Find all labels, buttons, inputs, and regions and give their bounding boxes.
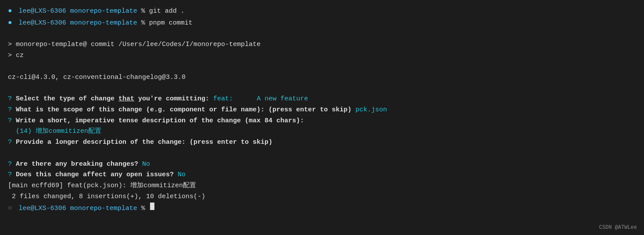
question-bold-16: Does this change affect any open issues? bbox=[16, 170, 178, 181]
terminal-line-12: (14) 增加commitizen配置 bbox=[8, 126, 636, 137]
question-bold-9: Select the type of change that you're co… bbox=[16, 94, 213, 105]
question-mark-11: ? bbox=[8, 116, 16, 127]
terminal-line-18: 2 files changed, 8 insertions(+), 10 del… bbox=[8, 192, 636, 203]
blank-2 bbox=[8, 61, 636, 72]
terminal-line-2: ● lee@LXS-6306 monorepo-template % pnpm … bbox=[8, 17, 636, 29]
question-mark-10: ? bbox=[8, 105, 16, 116]
terminal-line-15: ? Are there any breaking changes? No bbox=[8, 159, 636, 170]
output-7: cz-cli@4.3.0, cz-conventional-changelog@… bbox=[8, 72, 186, 83]
terminal-line-17: [main ecffd69] feat(pck.json): 增加commiti… bbox=[8, 181, 636, 192]
prompt-symbol-19: % bbox=[141, 203, 149, 214]
output-4: > monorepo-template@ commit /Users/lee/C… bbox=[8, 39, 261, 50]
terminal-line-13: ? Provide a longer description of the ch… bbox=[8, 137, 636, 148]
blank-3 bbox=[8, 83, 636, 94]
blank-4 bbox=[8, 148, 636, 159]
terminal-line-19: ○ lee@LXS-6306 monorepo-template % bbox=[8, 203, 636, 214]
question-bold-10: What is the scope of this change (e.g. c… bbox=[16, 105, 355, 116]
question-answer-16: No bbox=[178, 170, 186, 181]
question-bold-13: Provide a longer description of the chan… bbox=[16, 137, 272, 148]
command-2: pnpm commit bbox=[149, 18, 193, 29]
prompt-symbol-1: % bbox=[141, 6, 149, 17]
terminal-line-16: ? Does this change affect any open issue… bbox=[8, 170, 636, 181]
prompt-user-19: lee@LXS-6306 bbox=[15, 203, 70, 214]
prompt-dir-1: monorepo-template bbox=[70, 6, 141, 17]
blank-1 bbox=[8, 29, 636, 40]
prompt-dot-1: ● bbox=[8, 5, 12, 17]
terminal-line-4: > monorepo-template@ commit /Users/lee/C… bbox=[8, 39, 636, 50]
terminal-line-1: ● lee@LXS-6306 monorepo-template % git a… bbox=[8, 5, 636, 17]
question-mark-13: ? bbox=[8, 137, 16, 148]
question-mark-16: ? bbox=[8, 170, 16, 181]
question-bold-11: Write a short, imperative tense descript… bbox=[16, 116, 304, 127]
terminal-line-9: ? Select the type of change that you're … bbox=[8, 94, 636, 105]
commit-result-17: [main ecffd69] feat(pck.json): 增加commiti… bbox=[8, 181, 196, 192]
desc-answer-12: (14) 增加commitizen配置 bbox=[8, 126, 101, 137]
question-answer-10: pck.json bbox=[355, 105, 387, 116]
question-answer-15: No bbox=[142, 159, 150, 170]
terminal-line-7: cz-cli@4.3.0, cz-conventional-changelog@… bbox=[8, 72, 636, 83]
output-5: > cz bbox=[8, 50, 24, 61]
prompt-dot-19: ○ bbox=[8, 203, 12, 214]
prompt-dir-2: monorepo-template bbox=[70, 18, 141, 29]
prompt-user-1: lee@LXS-6306 bbox=[15, 6, 70, 17]
prompt-dir-19: monorepo-template bbox=[70, 203, 141, 214]
terminal: ● lee@LXS-6306 monorepo-template % git a… bbox=[0, 0, 644, 235]
prompt-dot-2: ● bbox=[8, 17, 12, 28]
command-1: git add . bbox=[149, 6, 185, 17]
terminal-line-10: ? What is the scope of this change (e.g.… bbox=[8, 105, 636, 116]
question-answer-9: feat: A new feature bbox=[213, 94, 308, 105]
watermark: CSDN @ATWLee bbox=[599, 224, 637, 231]
question-mark-15: ? bbox=[8, 159, 16, 170]
question-bold-15: Are there any breaking changes? bbox=[16, 159, 142, 170]
question-underline-9: that bbox=[118, 95, 134, 103]
terminal-line-11: ? Write a short, imperative tense descri… bbox=[8, 116, 636, 127]
question-mark-9: ? bbox=[8, 94, 16, 105]
output-18: 2 files changed, 8 insertions(+), 10 del… bbox=[8, 192, 205, 203]
terminal-line-5: > cz bbox=[8, 50, 636, 61]
prompt-user-2: lee@LXS-6306 bbox=[15, 18, 70, 29]
prompt-symbol-2: % bbox=[141, 18, 149, 29]
cursor bbox=[150, 203, 154, 210]
